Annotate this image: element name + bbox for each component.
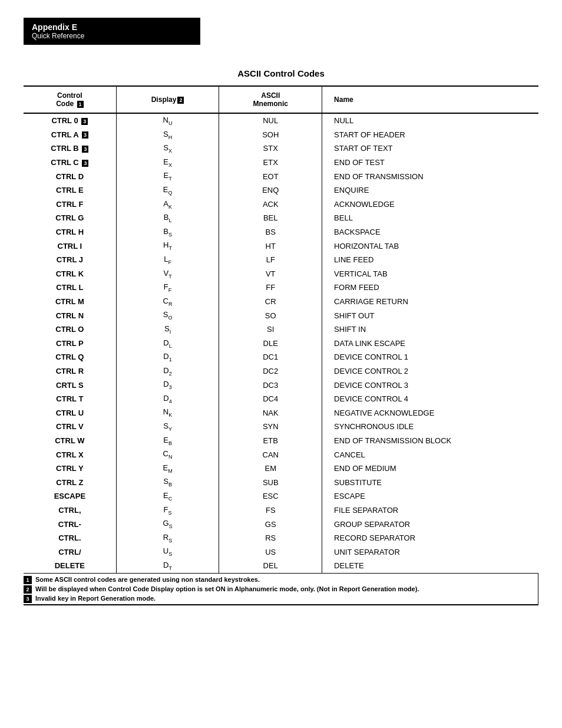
cell-mnemonic: DC2 [219,364,322,378]
cell-ctrl: CTRL, [24,503,116,518]
cell-name: DEVICE CONTROL 4 [322,392,538,406]
cell-ctrl: ESCAPE [24,489,116,503]
footnote-item: 3Invalid key in Report Generation mode. [24,595,538,603]
cell-mnemonic: EM [219,462,322,476]
cell-ctrl: CTRL W [24,434,116,448]
appendix-subtitle: Quick Reference [32,32,192,40]
cell-display: D2 [116,364,219,378]
cell-name: SHIFT OUT [322,308,538,322]
cell-name: HORIZONTAL TAB [322,239,538,253]
cell-ctrl: CTRL X [24,447,116,462]
cell-ctrl: CTRL V [24,420,116,434]
cell-mnemonic: RS [219,531,322,545]
cell-mnemonic: DEL [219,559,322,573]
cell-name: FILE SEPARATOR [322,503,538,518]
cell-display: US [116,545,219,559]
table-row: CTRL WEBETBEND OF TRANSMISSION BLOCK [24,434,538,448]
col-header-display: Display2 [116,86,219,113]
cell-display: BL [116,211,219,225]
cell-mnemonic: ESC [219,489,322,503]
cell-display: RS [116,531,219,545]
cell-mnemonic: DC1 [219,350,322,364]
cell-name: ENQUIRE [322,183,538,197]
cell-mnemonic: CAN [219,447,322,462]
col-header-mnemonic: ASCIIMnemonic [219,86,322,113]
cell-display: SH [116,128,219,142]
cell-mnemonic: ACK [219,197,322,212]
cell-display: EC [116,489,219,503]
cell-display: FF [116,281,219,295]
cell-ctrl: CTRL C 3 [24,156,116,170]
cell-ctrl: DELETE [24,559,116,573]
cell-display: D3 [116,378,219,392]
footnote-text: Invalid key in Report Generation mode. [35,595,156,603]
footnote-num: 3 [24,595,32,603]
cell-mnemonic: NUL [219,113,322,128]
cell-name: DEVICE CONTROL 2 [322,364,538,378]
table-row: CTRL EEQENQENQUIRE [24,183,538,197]
cell-mnemonic: SUB [219,475,322,489]
cell-ctrl: CTRL H [24,225,116,239]
cell-ctrl: CTRL D [24,169,116,183]
table-row: CTRL ZSBSUBSUBSTITUTE [24,475,538,489]
table-row: DELETEDTDELDELETE [24,559,538,573]
cell-name: GROUP SEPARATOR [322,517,538,531]
cell-name: ESCAPE [322,489,538,503]
cell-display: GS [116,517,219,531]
cell-name: START OF TEXT [322,141,538,156]
cell-mnemonic: SOH [219,128,322,142]
table-row: CTRL GBLBELBELL [24,211,538,225]
appendix-title: Appendix E [32,22,192,32]
table-row: CTRL VSYSYNSYNCHRONOUS IDLE [24,420,538,434]
cell-mnemonic: HT [219,239,322,253]
cell-name: BACKSPACE [322,225,538,239]
cell-name: DATA LINK ESCAPE [322,337,538,351]
cell-name: SHIFT IN [322,322,538,337]
cell-display: NK [116,406,219,420]
cell-name: CARRIAGE RETURN [322,295,538,309]
cell-name: START OF HEADER [322,128,538,142]
cell-display: AK [116,197,219,212]
cell-display: SI [116,322,219,337]
cell-mnemonic: FF [219,281,322,295]
cell-display: SB [116,475,219,489]
cell-display: EM [116,462,219,476]
cell-name: DEVICE CONTROL 3 [322,378,538,392]
footnote-text: Some ASCII control codes are generated u… [35,576,260,584]
cell-ctrl: CTRL Z [24,475,116,489]
footnote-item: 2Will be displayed when Control Code Dis… [24,585,538,594]
cell-display: CN [116,447,219,462]
cell-mnemonic: BS [219,225,322,239]
cell-ctrl: CTRL Y [24,462,116,476]
cell-display: HT [116,239,219,253]
cell-ctrl: CTRL- [24,517,116,531]
table-row: CTRL FAKACKACKNOWLEDGE [24,197,538,212]
table-row: ESCAPEECESCESCAPE [24,489,538,503]
cell-ctrl: CTRL I [24,239,116,253]
cell-name: DELETE [322,559,538,573]
col-header-name: Name [322,86,538,113]
table-row: CTRL OSISISHIFT IN [24,322,538,337]
header-box: Appendix E Quick Reference [24,18,200,45]
cell-mnemonic: ETX [219,156,322,170]
cell-ctrl: CTRL L [24,281,116,295]
cell-ctrl: CTRL R [24,364,116,378]
cell-name: DEVICE CONTROL 1 [322,350,538,364]
cell-ctrl: CTRL Q [24,350,116,364]
cell-display: LF [116,253,219,267]
cell-display: EQ [116,183,219,197]
cell-display: D1 [116,350,219,364]
cell-ctrl: CTRL/ [24,545,116,559]
cell-ctrl: CTRL E [24,183,116,197]
table-footer: 1Some ASCII control codes are generated … [24,573,538,605]
table-row: CTRL A 3SHSOHSTART OF HEADER [24,128,538,142]
cell-display: FS [116,503,219,518]
cell-ctrl: CTRL. [24,531,116,545]
table-row: CTRL B 3SXSTXSTART OF TEXT [24,141,538,156]
cell-display: DT [116,559,219,573]
cell-mnemonic: GS [219,517,322,531]
cell-mnemonic: LF [219,253,322,267]
table-row: CTRL LFFFFFORM FEED [24,281,538,295]
cell-mnemonic: DC3 [219,378,322,392]
cell-mnemonic: CR [219,295,322,309]
